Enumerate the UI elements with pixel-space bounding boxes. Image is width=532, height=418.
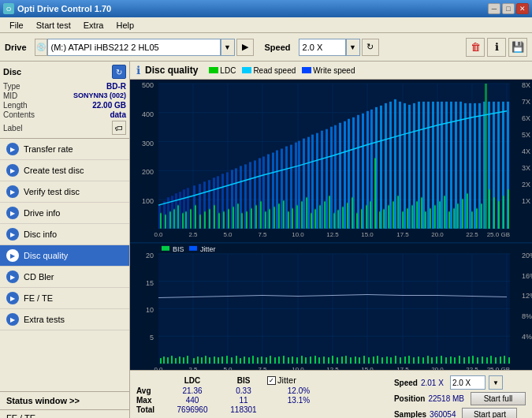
- svg-rect-120: [165, 215, 166, 229]
- menu-start-test[interactable]: Start test: [30, 19, 77, 32]
- sidebar-item-disc-info[interactable]: ▶ Disc info: [0, 224, 129, 245]
- svg-rect-128: [199, 215, 201, 229]
- close-button[interactable]: ✕: [516, 3, 529, 14]
- svg-rect-277: [381, 357, 383, 364]
- svg-rect-189: [481, 203, 482, 229]
- svg-rect-194: [503, 196, 504, 229]
- svg-rect-303: [500, 356, 501, 364]
- svg-rect-187: [471, 211, 473, 229]
- speed-dropdown-arrow[interactable]: ▼: [346, 39, 360, 56]
- sidebar-item-disc-quality[interactable]: ▶ Disc quality: [0, 245, 129, 267]
- svg-text:12%: 12%: [522, 293, 532, 300]
- speed-label: Speed: [265, 43, 291, 52]
- drive-eject-icon[interactable]: 💿: [35, 39, 47, 56]
- svg-rect-130: [209, 209, 210, 229]
- drive-label: Drive: [5, 43, 27, 52]
- length-value: 22.00 GB: [92, 101, 126, 110]
- svg-rect-97: [408, 105, 411, 229]
- svg-rect-265: [328, 357, 329, 364]
- svg-rect-96: [404, 103, 406, 229]
- status-window-button[interactable]: Status window >>: [0, 392, 129, 410]
- start-full-button[interactable]: Start full: [471, 392, 526, 405]
- svg-rect-304: [504, 356, 505, 364]
- erase-button[interactable]: 🗑: [466, 38, 485, 57]
- label-icon[interactable]: 🏷: [112, 121, 126, 135]
- svg-rect-278: [386, 356, 388, 364]
- svg-rect-284: [413, 357, 415, 364]
- speed-combo-arrow[interactable]: ▼: [489, 375, 503, 390]
- legend-write-speed: Write speed: [302, 66, 355, 75]
- menu-file[interactable]: File: [3, 19, 30, 32]
- menu-extra[interactable]: Extra: [77, 19, 110, 32]
- svg-text:15: 15: [146, 279, 154, 287]
- speed-combo[interactable]: 2.0 X: [450, 375, 485, 390]
- sidebar-item-cd-bler[interactable]: ▶ CD Bler: [0, 267, 129, 288]
- jitter-column-header: ✓ Jitter: [267, 375, 330, 385]
- drive-refresh-button[interactable]: ▶: [236, 39, 254, 56]
- svg-rect-282: [404, 356, 406, 364]
- cd-bler-icon: ▶: [6, 271, 19, 283]
- svg-rect-258: [296, 357, 298, 364]
- menu-bar: File Start test Extra Help: [0, 17, 532, 33]
- svg-rect-99: [418, 102, 420, 229]
- svg-text:25.0 GB: 25.0 GB: [487, 231, 510, 238]
- svg-rect-262: [314, 356, 316, 364]
- sidebar-item-drive-info[interactable]: ▶ Drive info: [0, 203, 129, 224]
- svg-rect-164: [366, 205, 367, 229]
- svg-text:400: 400: [142, 110, 154, 118]
- svg-rect-145: [278, 203, 280, 229]
- position-label: Position: [394, 394, 425, 403]
- jitter-checkbox[interactable]: ✓: [267, 376, 276, 385]
- svg-rect-191: [489, 189, 490, 229]
- total-ldc: 7696960: [165, 405, 220, 414]
- svg-rect-147: [288, 211, 289, 229]
- sidebar-item-create-test-disc[interactable]: ▶ Create test disc: [0, 160, 129, 181]
- svg-rect-247: [248, 357, 250, 364]
- svg-rect-103: [437, 102, 439, 229]
- svg-rect-70: [285, 147, 288, 229]
- contents-value: data: [110, 110, 126, 119]
- sidebar-item-fe-te[interactable]: ▶ FE / TE: [0, 288, 129, 309]
- svg-rect-140: [255, 205, 257, 229]
- svg-rect-112: [478, 103, 481, 229]
- speed-select[interactable]: 2.0 X: [299, 39, 346, 56]
- svg-rect-168: [383, 209, 385, 229]
- sidebar-item-verify-test-disc[interactable]: ▶ Verify test disc: [0, 181, 129, 203]
- bis-column-header: BIS: [220, 376, 267, 385]
- svg-rect-162: [356, 213, 358, 229]
- svg-rect-232: [183, 357, 184, 364]
- svg-rect-252: [270, 356, 271, 364]
- sidebar-item-extra-tests[interactable]: ▶ Extra tests: [0, 309, 129, 330]
- svg-text:20.0: 20.0: [431, 231, 444, 238]
- info-button[interactable]: ℹ: [487, 38, 506, 57]
- start-part-button[interactable]: Start part: [462, 408, 517, 418]
- svg-rect-298: [477, 357, 478, 364]
- svg-rect-239: [214, 356, 215, 364]
- charts-container: 500 400 300 200 100 8X 7X 6X 5X 4X 3X 2X…: [130, 80, 532, 370]
- drive-dropdown-arrow[interactable]: ▼: [221, 39, 235, 56]
- transfer-rate-icon: ▶: [6, 143, 19, 155]
- disc-panel: Disc ↻ Type BD-R MID SONYNN3 (002) Lengt…: [0, 62, 129, 139]
- length-label: Length: [3, 101, 28, 110]
- drive-select[interactable]: (M:) ATAPI iHBS212 2 HL05: [47, 39, 221, 56]
- disc-panel-title: Disc: [3, 67, 21, 77]
- maximize-button[interactable]: □: [502, 3, 515, 14]
- svg-rect-179: [434, 205, 436, 229]
- sidebar-item-transfer-rate[interactable]: ▶ Transfer rate: [0, 139, 129, 160]
- svg-rect-231: [179, 356, 180, 364]
- svg-rect-159: [342, 207, 344, 229]
- svg-text:6X: 6X: [522, 114, 530, 122]
- samples-label: Samples: [394, 410, 426, 418]
- svg-rect-49: [187, 188, 189, 229]
- svg-rect-93: [389, 102, 392, 229]
- svg-rect-273: [363, 356, 365, 364]
- svg-rect-237: [205, 356, 206, 364]
- save-button[interactable]: 💾: [508, 38, 527, 57]
- svg-text:22.5: 22.5: [466, 231, 478, 238]
- speed-refresh-button[interactable]: ↻: [362, 39, 379, 56]
- svg-rect-80: [330, 127, 333, 229]
- minimize-button[interactable]: ─: [488, 3, 500, 14]
- menu-help[interactable]: Help: [110, 19, 140, 32]
- disc-refresh-button[interactable]: ↻: [112, 65, 126, 79]
- samples-value: 360054: [430, 410, 456, 418]
